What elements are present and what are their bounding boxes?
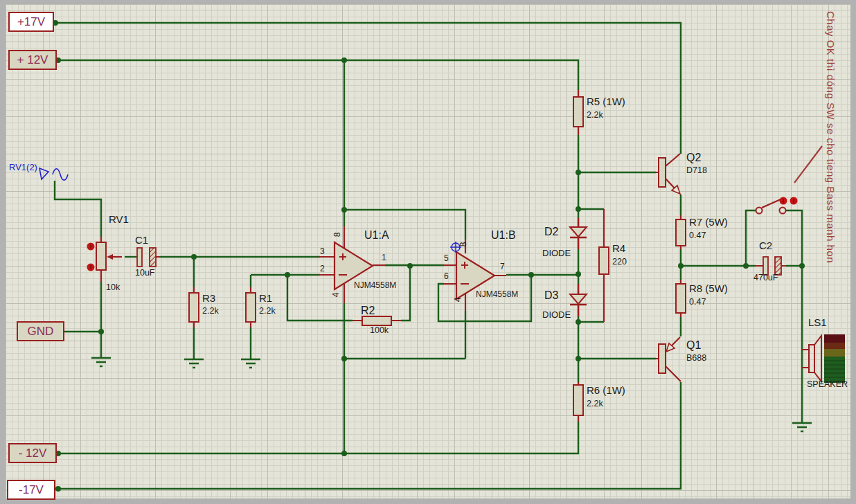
rv1-value: 10k (106, 283, 120, 292)
speaker-magnet-icon (824, 334, 845, 383)
r8-ref: R8 (5W) (689, 283, 728, 294)
junction-dots (53, 20, 805, 492)
transistor-q1[interactable] (659, 337, 681, 381)
q2-ref: Q2 (686, 152, 701, 163)
c1-ref: C1 (135, 235, 148, 245)
net-label-rv12: RV1(2) (9, 163, 37, 172)
wire-r1-pin2[interactable] (251, 275, 320, 359)
d2-value: DIODE (542, 249, 571, 258)
u1a-value: NJM4558M (354, 281, 396, 289)
resistor-r4[interactable] (599, 247, 609, 274)
ground-symbols[interactable] (91, 358, 812, 431)
sine-wave-icon (53, 169, 68, 181)
r5-value: 2.2k (587, 111, 603, 120)
d3-value: DIODE (542, 310, 571, 319)
terminal-plus17[interactable]: +17V (8, 12, 54, 32)
r1-value: 2.2k (259, 307, 276, 316)
u1b-pin8-label: 8 (459, 242, 467, 247)
u1b-pin7-label: 7 (500, 262, 505, 271)
terminal-plus12[interactable]: + 12V (8, 50, 57, 70)
u1b-pin6-label: 6 (444, 272, 449, 280)
wire-switch-left[interactable] (746, 210, 756, 266)
r1-ref: R1 (259, 293, 272, 303)
u1b-pin4-label: 4 (454, 298, 462, 303)
c1-value: 10uF (135, 269, 155, 278)
transistor-q2[interactable] (659, 154, 680, 194)
resistor-r3[interactable] (189, 293, 199, 322)
schematic-canvas (0, 0, 856, 504)
wire-input-source[interactable] (55, 181, 101, 237)
annotation-arrow (794, 146, 822, 183)
c2-value: 470uF (754, 273, 778, 282)
resistor-r7[interactable] (676, 219, 686, 246)
r7-value: 0.47 (689, 231, 706, 240)
r4-ref: R4 (612, 243, 625, 253)
r2-ref: R2 (361, 305, 375, 316)
resistor-r6[interactable] (573, 385, 583, 415)
ground-icon[interactable] (241, 359, 260, 368)
u1a-ref: U1:A (364, 230, 389, 241)
r8-value: 0.47 (689, 298, 706, 307)
u1b-value: NJM4558M (476, 290, 518, 298)
wire-speaker[interactable] (786, 266, 802, 423)
diode-d3[interactable] (570, 284, 587, 316)
wiper-arrow-icon (107, 254, 113, 260)
component-leads (101, 90, 809, 422)
u1a-pin2-label: 2 (320, 264, 325, 273)
ground-icon[interactable] (91, 358, 111, 366)
terminal-label: -17V (19, 483, 44, 497)
wire-plus12-rail[interactable] (58, 60, 578, 90)
resistor-r1[interactable] (246, 293, 256, 322)
resistor-r8[interactable] (676, 284, 686, 313)
r6-ref: R6 (1W) (587, 385, 625, 395)
q2-value: D718 (686, 166, 707, 175)
q1-ref: Q1 (686, 340, 701, 351)
wire-plus17-rail[interactable] (55, 23, 681, 154)
capacitor-c1[interactable] (137, 248, 156, 267)
u1b-ref: U1:B (491, 230, 516, 241)
terminal-label: + 12V (17, 53, 48, 67)
r7-ref: R7 (5W) (689, 217, 728, 227)
terminal-label: - 12V (19, 447, 47, 460)
signal-generator[interactable] (39, 168, 68, 180)
r5-ref: R5 (1W) (587, 96, 625, 107)
d2-ref: D2 (544, 226, 558, 237)
r3-ref: R3 (202, 293, 215, 303)
u1b-pin5-label: 5 (444, 254, 449, 262)
terminal-label: GND (28, 325, 54, 339)
r6-value: 2.2k (587, 399, 603, 408)
wire-switch-right[interactable] (785, 210, 802, 266)
c2-ref: C2 (759, 240, 772, 251)
generator-probe-icon (39, 168, 48, 179)
ls1-value: SPEAKER (807, 380, 848, 389)
resistor-r5[interactable] (573, 97, 583, 127)
u1a-pin3-label: 3 (320, 247, 325, 255)
wire-minus12-rail[interactable] (58, 422, 578, 453)
wires[interactable] (55, 23, 802, 489)
terminal-label: +17V (17, 15, 45, 29)
ground-icon[interactable] (184, 359, 204, 368)
diode-d2[interactable] (570, 218, 587, 249)
terminal-minus17[interactable]: -17V (7, 480, 55, 500)
r4-value: 220 (612, 258, 627, 267)
r3-value: 2.2k (202, 307, 219, 316)
ls1-ref: LS1 (808, 317, 827, 327)
q1-value: B688 (686, 354, 706, 363)
speaker-ls1[interactable] (809, 334, 845, 383)
r2-value: 100k (370, 326, 389, 335)
terminal-gnd[interactable]: GND (17, 321, 64, 341)
terminal-minus12[interactable]: - 12V (8, 443, 57, 463)
potentiometer-rv1[interactable] (87, 242, 123, 271)
rv1-ref: RV1 (109, 214, 129, 224)
u1a-pin4-label: 4 (332, 293, 340, 298)
schematic-window: +17V + 12V GND - 12V -17V RV1(2) RV1 10k… (0, 0, 856, 504)
d3-ref: D3 (544, 290, 558, 301)
ground-icon[interactable] (792, 423, 812, 431)
u1a-pin1-label: 1 (382, 253, 386, 262)
u1a-pin8-label: 8 (333, 233, 341, 237)
wire-gnd[interactable] (64, 282, 101, 358)
wire-vcc-pin8[interactable] (344, 210, 465, 240)
resistor-r2[interactable] (362, 316, 391, 325)
annotation-note: Chay OK thì dóng SW se cho tieng Bass ma… (825, 11, 837, 289)
